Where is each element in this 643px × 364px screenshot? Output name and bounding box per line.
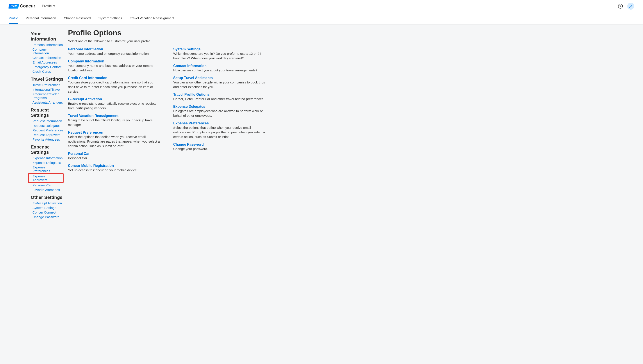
sidebar-link[interactable]: Expense Preferences (31, 165, 64, 173)
nav-tab[interactable]: Change Password (64, 12, 91, 24)
sidebar-link[interactable]: Personal Information (31, 42, 64, 47)
profile-option: Travel Profile OptionsCarrier, Hotel, Re… (173, 93, 265, 101)
avatar[interactable] (627, 3, 634, 10)
profile-dropdown-label: Profile (42, 4, 52, 8)
sidebar-link[interactable]: Emergency Contact (31, 64, 64, 69)
profile-option-title[interactable]: Personal Information (68, 47, 160, 51)
profile-option-desc: How can we contact you about your travel… (173, 68, 265, 72)
nav-tab[interactable]: System Settings (98, 12, 122, 24)
profile-option: Company InformationYour company name and… (68, 59, 160, 72)
sidebar-link[interactable]: Contact Information (31, 56, 64, 60)
profile-option: Personal InformationYour home address an… (68, 47, 160, 56)
profile-option: E-Receipt ActivationEnable e-receipts to… (68, 97, 160, 110)
profile-option-desc: Select the options that define when you … (68, 134, 160, 148)
profile-option: Travel Vacation ReassignmentGoing to be … (68, 114, 160, 127)
top-bar: SAP Concur Profile ? (0, 0, 643, 12)
sidebar-link[interactable]: Favorite Attendees (31, 188, 64, 192)
sidebar-group: Expense SettingsExpense InformationExpen… (31, 144, 64, 192)
options-col-left: Personal InformationYour home address an… (68, 47, 160, 176)
profile-option: Concur Mobile RegistrationSet up access … (68, 164, 160, 172)
profile-option-desc: Your home address and emergency contact … (68, 51, 160, 56)
profile-option: Request PreferencesSelect the options th… (68, 130, 160, 148)
profile-option-title[interactable]: Change Password (173, 142, 265, 146)
nav-tab[interactable]: Profile (9, 12, 18, 24)
sidebar-link[interactable]: Expense Delegates (31, 160, 64, 165)
main: Profile Options Select one of the follow… (68, 28, 634, 222)
sidebar-group: Your InformationPersonal InformationComp… (31, 31, 64, 74)
chevron-down-icon (53, 6, 55, 7)
profile-option: Setup Travel AssistantsYou can allow oth… (173, 76, 265, 89)
profile-option-title[interactable]: Travel Profile Options (173, 93, 265, 96)
profile-option-desc: Change your password. (173, 146, 265, 151)
logo[interactable]: SAP Concur (9, 4, 35, 8)
profile-option-title[interactable]: Company Information (68, 59, 160, 63)
sidebar-link[interactable]: Request Approvers (31, 132, 64, 137)
profile-option-desc: Select the options that define when you … (173, 125, 265, 139)
profile-option-title[interactable]: Expense Preferences (173, 121, 265, 125)
sidebar-link[interactable]: Assistants/Arrangers (31, 100, 64, 105)
options-col-right: System SettingsWhich time zone are you i… (173, 47, 265, 176)
sidebar-link[interactable]: System Settings (31, 206, 64, 210)
sidebar-link[interactable]: Credit Cards (31, 69, 64, 74)
sidebar-link[interactable]: Expense Approvers (28, 173, 64, 183)
profile-option-desc: You can allow other people within your c… (173, 80, 265, 89)
profile-option-desc: Carrier, Hotel, Rental Car and other tra… (173, 96, 265, 101)
sidebar-link[interactable]: E-Receipt Activation (31, 201, 64, 206)
profile-option-desc: Your company name and business address o… (68, 63, 160, 72)
profile-option-desc: Delegates are employees who are allowed … (173, 109, 265, 118)
sidebar-group-title: Expense Settings (31, 144, 64, 155)
sidebar-link[interactable]: Request Information (31, 119, 64, 123)
profile-option-desc: You can store your credit card informati… (68, 80, 160, 94)
help-icon[interactable]: ? (618, 4, 623, 8)
profile-option-title[interactable]: Concur Mobile Registration (68, 164, 160, 168)
sidebar-group-title: Request Settings (31, 107, 64, 118)
profile-option-title[interactable]: E-Receipt Activation (68, 97, 160, 101)
sidebar-group: Other SettingsE-Receipt ActivationSystem… (31, 195, 64, 219)
profile-option-title[interactable]: Expense Delegates (173, 105, 265, 109)
sidebar-link[interactable]: Expense Information (31, 156, 64, 160)
sidebar-group: Travel SettingsTravel PreferencesInterna… (31, 76, 64, 105)
sidebar-link[interactable]: International Travel (31, 87, 64, 92)
profile-option-title[interactable]: Request Preferences (68, 130, 160, 134)
sidebar-link[interactable]: Change Password (31, 215, 64, 219)
sidebar-link[interactable]: Email Addresses (31, 60, 64, 64)
profile-option: Expense PreferencesSelect the options th… (173, 121, 265, 139)
profile-option-title[interactable]: Personal Car (68, 152, 160, 156)
sidebar-link[interactable]: Request Preferences (31, 128, 64, 132)
nav-tab[interactable]: Personal Information (26, 12, 56, 24)
profile-option: System SettingsWhich time zone are you i… (173, 47, 265, 60)
profile-option-desc: Enable e-receipts to automatically recei… (68, 101, 160, 110)
profile-option-title[interactable]: Credit Card Information (68, 76, 160, 80)
nav-tab[interactable]: Travel Vacation Reassignment (130, 12, 174, 24)
page-title: Profile Options (68, 28, 634, 37)
profile-option: Contact InformationHow can we contact yo… (173, 64, 265, 72)
sidebar-link[interactable]: Concur Connect (31, 210, 64, 215)
logo-concur-text: Concur (20, 4, 35, 8)
nav-tabs: ProfilePersonal InformationChange Passwo… (0, 12, 643, 24)
sidebar-link[interactable]: Personal Car (31, 183, 64, 188)
profile-option: Credit Card InformationYou can store you… (68, 76, 160, 94)
sidebar: Your InformationPersonal InformationComp… (9, 28, 64, 222)
sidebar-link[interactable]: Company Information (31, 47, 64, 56)
user-icon (629, 4, 633, 8)
profile-option-title[interactable]: Contact Information (173, 64, 265, 68)
svg-point-0 (630, 5, 631, 6)
sidebar-link[interactable]: Travel Preferences (31, 82, 64, 87)
profile-option-title[interactable]: System Settings (173, 47, 265, 51)
profile-option-title[interactable]: Travel Vacation Reassignment (68, 114, 160, 118)
sidebar-group-title: Your Information (31, 31, 64, 42)
profile-option: Personal CarPersonal Car (68, 152, 160, 160)
profile-option-desc: Going to be out of the office? Configure… (68, 118, 160, 127)
profile-option: Change PasswordChange your password. (173, 142, 265, 151)
profile-dropdown[interactable]: Profile (42, 4, 55, 8)
sidebar-link[interactable]: Frequent-Traveler Programs (31, 92, 64, 100)
profile-option-desc: Personal Car (68, 156, 160, 160)
profile-option: Expense DelegatesDelegates are employees… (173, 105, 265, 118)
profile-option-title[interactable]: Setup Travel Assistants (173, 76, 265, 80)
sidebar-link[interactable]: Request Delegates (31, 123, 64, 128)
page-subtitle: Select one of the following to customize… (68, 39, 634, 43)
logo-sap-badge: SAP (8, 4, 19, 8)
sidebar-link[interactable]: Favorite Attendees (31, 137, 64, 142)
sidebar-group-title: Travel Settings (31, 76, 64, 82)
profile-option-desc: Set up access to Concur on your mobile d… (68, 168, 160, 172)
